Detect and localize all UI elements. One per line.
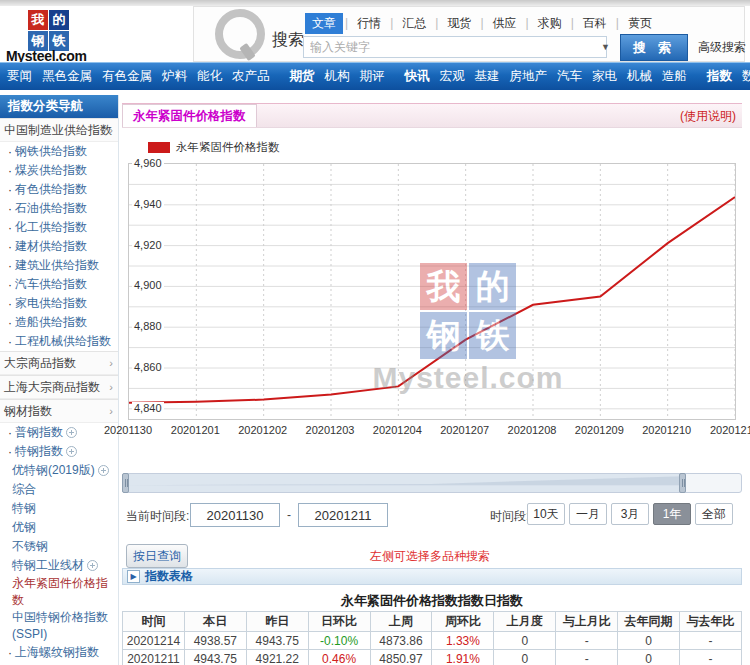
- sidebar-item[interactable]: 大宗商品指数›: [0, 351, 118, 375]
- sidebar-item[interactable]: ·上海螺纹钢指数: [0, 643, 118, 662]
- sidebar-item-label: 有色供给指数: [15, 181, 87, 198]
- nav-item[interactable]: 能化: [192, 68, 227, 85]
- sidebar-item[interactable]: ·建筑业供给指数: [0, 256, 118, 275]
- logo-char: 我: [28, 10, 48, 30]
- nav-item[interactable]: 期评: [355, 68, 390, 85]
- search-tab-0[interactable]: 文章: [305, 13, 343, 34]
- sidebar-item[interactable]: 优特钢(2019版): [0, 461, 118, 480]
- nav-item[interactable]: 房地产: [505, 68, 553, 85]
- logo-char: 的: [49, 10, 69, 30]
- chevron-down-icon[interactable]: ▼: [601, 42, 610, 52]
- search-tab-7[interactable]: 黄页: [621, 13, 659, 34]
- sidebar-item[interactable]: ·特钢指数: [0, 442, 118, 461]
- x-axis-tick-label: 20201209: [575, 424, 624, 436]
- table-cell: 0: [494, 632, 556, 650]
- index-table-section-bar[interactable]: ▶ 指数表格: [122, 568, 742, 585]
- search-input[interactable]: [303, 36, 607, 58]
- sidebar-item-label: 不锈钢: [12, 538, 48, 555]
- search-tab-3[interactable]: 现货: [440, 13, 478, 34]
- site-header: 我 的 钢 铁 Mysteel.com 搜索 文章|行情|汇总|现货|供应|求购…: [0, 6, 750, 62]
- nav-item[interactable]: 汽车: [552, 68, 587, 85]
- sidebar-item[interactable]: ·汽车供给指数: [0, 275, 118, 294]
- sidebar-item-label: 中国特钢价格指数 (SSPI): [12, 609, 118, 643]
- sidebar-item[interactable]: 中国制造业供给指数›: [0, 118, 118, 142]
- x-axis-tick-label: 20201203: [306, 424, 355, 436]
- table-cell: 4873.86: [370, 632, 432, 650]
- sidebar-item[interactable]: 特钢: [0, 499, 118, 518]
- sidebar-item[interactable]: ·钢铁供给指数: [0, 142, 118, 161]
- sidebar-item[interactable]: ·石油供给指数: [0, 199, 118, 218]
- range-button-一月[interactable]: 一月: [569, 503, 607, 525]
- sidebar-items: 中国制造业供给指数›·钢铁供给指数·煤炭供给指数·有色供给指数·石油供给指数·化…: [0, 118, 118, 665]
- nav-item[interactable]: 家电: [587, 68, 622, 85]
- sidebar-item[interactable]: ·化工供给指数: [0, 218, 118, 237]
- sidebar-item[interactable]: ·家电供给指数: [0, 294, 118, 313]
- range-button-全部[interactable]: 全部: [695, 503, 733, 525]
- sidebar-item[interactable]: 钢材指数›: [0, 399, 118, 423]
- tab-separator: |: [616, 16, 619, 30]
- plus-icon[interactable]: [66, 446, 77, 457]
- range-button-1年[interactable]: 1年: [653, 503, 691, 525]
- slider-right-handle[interactable]: [679, 473, 686, 493]
- sidebar-item[interactable]: 永年紧固件价格指数: [0, 575, 118, 609]
- index-table-title: 永年紧固件价格指数指数日指数: [122, 592, 742, 610]
- sidebar-item-label: 钢铁供给指数: [15, 143, 87, 160]
- plus-icon[interactable]: [66, 427, 77, 438]
- range-button-10天[interactable]: 10天: [527, 503, 565, 525]
- nav-item[interactable]: 基建: [470, 68, 505, 85]
- nav-item[interactable]: 宏观: [435, 68, 470, 85]
- query-by-day-button[interactable]: 按日查询: [126, 544, 188, 568]
- chart-x-axis-labels: 2020113020201201202012022020120320201204…: [128, 424, 734, 438]
- search-tab-5[interactable]: 求购: [531, 13, 569, 34]
- sidebar-item[interactable]: 不锈钢: [0, 537, 118, 556]
- slider-left-handle[interactable]: [122, 473, 129, 493]
- search-tab-2[interactable]: 汇总: [395, 13, 433, 34]
- sidebar-item[interactable]: ·煤炭供给指数: [0, 161, 118, 180]
- sidebar-item[interactable]: 综合: [0, 480, 118, 499]
- nav-item[interactable]: 要闻: [2, 68, 37, 85]
- table-cell: 1.91%: [432, 650, 494, 665]
- sidebar-item[interactable]: ·建材供给指数: [0, 237, 118, 256]
- nav-item[interactable]: 造船: [657, 68, 692, 85]
- sidebar-item-label: 中国制造业供给指数: [4, 122, 112, 139]
- time-range-slider[interactable]: [122, 473, 742, 493]
- tab-yongnian-fastener-index[interactable]: 永年紧固件价格指数: [122, 104, 257, 127]
- sidebar-item[interactable]: ·造船供给指数: [0, 313, 118, 332]
- advanced-search-link[interactable]: 高级搜索: [698, 39, 746, 56]
- nav-item[interactable]: 炉料: [157, 68, 192, 85]
- plus-icon[interactable]: [98, 465, 109, 476]
- main-nav: 要闻黑色金属有色金属炉料能化农产品期货机构期评快讯宏观基建房地产汽车家电机械造船…: [0, 62, 750, 90]
- nav-item[interactable]: 农产品: [227, 68, 275, 85]
- nav-item[interactable]: 指数: [702, 68, 737, 85]
- nav-item[interactable]: 机械: [622, 68, 657, 85]
- sidebar-item[interactable]: 中国特钢价格指数 (SSPI): [0, 609, 118, 643]
- nav-item[interactable]: 快讯: [400, 68, 435, 85]
- mysteel-logo[interactable]: 我 的 钢 铁: [28, 10, 72, 50]
- nav-item[interactable]: 机构: [320, 68, 355, 85]
- nav-item[interactable]: 有色金属: [97, 68, 157, 85]
- search-tab-1[interactable]: 行情: [350, 13, 388, 34]
- plus-icon[interactable]: [87, 560, 98, 571]
- sidebar-item[interactable]: ·普钢指数: [0, 423, 118, 442]
- bullet-icon: ·: [8, 426, 12, 440]
- usage-instructions-link[interactable]: (使用说明): [680, 108, 736, 125]
- table-cell: -: [680, 632, 742, 650]
- nav-item[interactable]: 期货: [285, 68, 320, 85]
- sidebar-item[interactable]: 特钢工业线材: [0, 556, 118, 575]
- sidebar-item-label: 上海螺纹钢指数: [15, 644, 99, 661]
- search-tab-6[interactable]: 百科: [576, 13, 614, 34]
- search-button[interactable]: 搜 索: [620, 34, 688, 61]
- sidebar-item[interactable]: 优钢: [0, 518, 118, 537]
- sidebar-item[interactable]: ·工程机械供给指数: [0, 332, 118, 351]
- period-to-input[interactable]: [298, 503, 388, 527]
- bullet-icon: ·: [8, 335, 12, 349]
- range-button-3月[interactable]: 3月: [611, 503, 649, 525]
- nav-item[interactable]: 数据: [737, 68, 750, 85]
- legend-color-swatch: [148, 142, 170, 153]
- period-from-input[interactable]: [190, 503, 280, 527]
- search-tab-4[interactable]: 供应: [486, 13, 524, 34]
- sidebar-item[interactable]: ·有色供给指数: [0, 180, 118, 199]
- sidebar-item[interactable]: 上海大宗商品指数›: [0, 375, 118, 399]
- sidebar-item-label: 特钢: [12, 500, 36, 517]
- nav-item[interactable]: 黑色金属: [37, 68, 97, 85]
